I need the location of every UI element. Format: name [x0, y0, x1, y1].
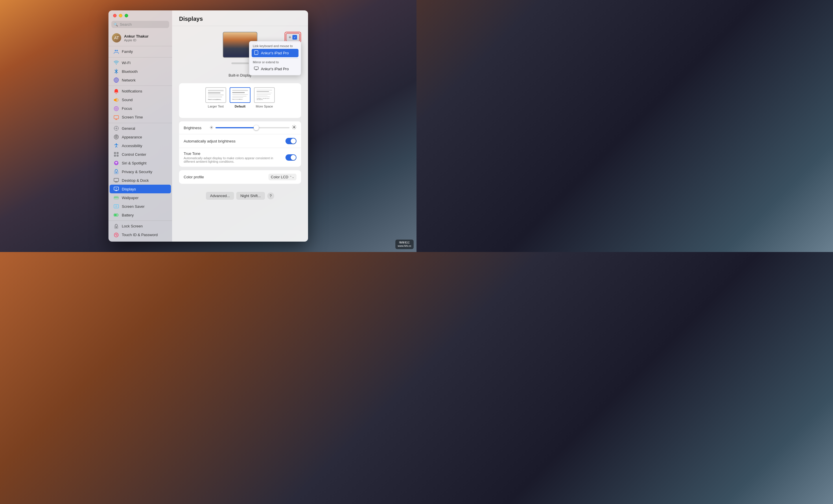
sidebar-item-lockscreen[interactable]: Lock Screen [110, 222, 171, 231]
true-tone-label: True Tone [184, 151, 282, 156]
svg-point-14 [116, 128, 117, 129]
resolution-label-more: More Space [256, 105, 273, 108]
color-profile-label: Color profile [184, 175, 204, 179]
sidebar-item-accessibility[interactable]: Accessibility [110, 141, 171, 150]
brightness-slider[interactable] [215, 127, 289, 128]
resolution-row: Here's to troublema... Larger Text [183, 87, 297, 108]
resolution-thumb-more: Troublema... ones who see t... rules. An… [254, 87, 275, 103]
resolution-thumb-larger: Here's to troublema... [205, 87, 226, 103]
dropdown-link-device: Ankur's iPad Pro [261, 51, 289, 55]
sidebar-item-general[interactable]: General [110, 124, 171, 133]
sidebar: 🔍 AT Ankur Thakur Apple ID Family [109, 10, 172, 242]
svg-rect-40 [115, 215, 117, 216]
sidebar-label-wallpaper: Wallpaper [122, 196, 139, 200]
brightness-controls [210, 125, 296, 131]
sidebar-item-screentime[interactable]: Screen Time [110, 113, 171, 122]
true-tone-toggle[interactable] [285, 154, 296, 161]
watermark: 嗨嗨笔记 www.hihi.cc [396, 240, 413, 249]
svg-point-38 [115, 205, 117, 207]
sidebar-label-control: Control Center [122, 152, 146, 157]
checkbox-icon: ✓ [292, 35, 297, 40]
avatar: AT [112, 33, 121, 43]
svg-rect-23 [114, 155, 116, 157]
svg-point-1 [117, 50, 118, 51]
sun-large-icon [292, 125, 296, 131]
wifi-icon [114, 60, 119, 65]
accessibility-icon [114, 143, 119, 148]
auto-brightness-label: Automatically adjust brightness [184, 139, 235, 143]
true-tone-desc: Automatically adapt display to make colo… [184, 156, 282, 163]
sidebar-item-notifications[interactable]: Notifications [110, 87, 171, 96]
sidebar-item-screensaver[interactable]: Screen Saver [110, 202, 171, 211]
resolution-more-space[interactable]: Troublema... ones who see t... rules. An… [254, 87, 275, 108]
displays-icon [114, 186, 119, 192]
sidebar-label-appearance: Appearance [122, 135, 142, 139]
wallpaper-icon [114, 195, 119, 200]
ipad-icon [254, 50, 259, 56]
sidebar-item-appearance[interactable]: Appearance [110, 133, 171, 141]
battery-icon [114, 212, 119, 218]
svg-line-64 [293, 126, 293, 126]
main-header: Displays [172, 10, 308, 26]
search-icon: 🔍 [114, 23, 118, 27]
advanced-button[interactable]: Advanced... [206, 192, 234, 200]
svg-point-0 [115, 50, 116, 51]
brightness-section: Brightness [179, 121, 301, 167]
sidebar-label-notifications: Notifications [122, 89, 142, 93]
sidebar-label-sound: Sound [122, 98, 133, 102]
focus-icon [114, 106, 119, 111]
true-tone-row: True Tone Automatically adapt display to… [179, 148, 301, 167]
sidebar-item-battery[interactable]: Battery [110, 211, 171, 219]
bottom-buttons: Advanced... Night Shift... ? [179, 187, 301, 202]
sidebar-item-siri[interactable]: Siri & Spotlight [110, 159, 171, 167]
resolution-larger-text[interactable]: Here's to troublema... Larger Text [205, 87, 226, 108]
family-icon [114, 49, 119, 54]
sidebar-item-touchid[interactable]: Touch ID & Password [110, 231, 171, 239]
plus-dropdown-area: + ✓ Link keyboard and mouse to A [285, 32, 301, 43]
sidebar-item-displays[interactable]: Displays [110, 185, 171, 193]
sidebar-label-screensaver: Screen Saver [122, 204, 145, 209]
screensaver-icon [114, 204, 119, 209]
svg-line-55 [210, 126, 211, 127]
svg-line-58 [210, 128, 211, 129]
display-base [231, 62, 249, 64]
dropdown-menu: Link keyboard and mouse to Ankur's iPad … [249, 41, 301, 75]
close-button[interactable] [113, 14, 117, 17]
maximize-button[interactable] [125, 14, 128, 17]
search-box[interactable]: 🔍 [111, 21, 169, 28]
sidebar-label-battery: Battery [122, 213, 134, 217]
sidebar-label-focus: Focus [122, 106, 132, 111]
sidebar-item-wallpaper[interactable]: Wallpaper [110, 193, 171, 202]
search-input[interactable] [120, 22, 167, 27]
page-title: Displays [179, 16, 203, 22]
help-button[interactable]: ? [267, 193, 274, 199]
svg-point-50 [211, 127, 212, 128]
dropdown-item-mirror[interactable]: Ankur's iPad Pro [252, 65, 299, 73]
plus-button[interactable]: + ✓ [286, 33, 300, 42]
sidebar-item-focus[interactable]: Focus [110, 104, 171, 113]
sidebar-label-touchid: Touch ID & Password [122, 233, 158, 237]
minimize-button[interactable] [119, 14, 122, 17]
svg-rect-29 [114, 178, 119, 181]
sidebar-item-network[interactable]: Network [110, 76, 171, 84]
sidebar-item-desktop[interactable]: Desktop & Dock [110, 176, 171, 185]
user-name: Ankur Thakur [124, 34, 149, 39]
sidebar-item-family[interactable]: Family [110, 47, 171, 56]
color-profile-select[interactable]: Color LCD ⌃⌄ [268, 174, 296, 180]
sidebar-label-displays: Displays [122, 187, 136, 191]
svg-point-59 [293, 126, 295, 128]
divider-1 [109, 46, 172, 46]
svg-point-20 [116, 144, 117, 145]
sidebar-item-sound[interactable]: Sound [110, 96, 171, 104]
dropdown-item-link[interactable]: Ankur's iPad Pro [252, 49, 299, 57]
sidebar-item-wifi[interactable]: Wi-Fi [110, 58, 171, 67]
sidebar-item-control[interactable]: Control Center [110, 150, 171, 159]
night-shift-button[interactable]: Night Shift... [236, 192, 265, 200]
divider-3 [109, 85, 172, 86]
auto-brightness-toggle[interactable] [285, 138, 296, 144]
user-profile[interactable]: AT Ankur Thakur Apple ID [109, 31, 172, 45]
select-arrows-icon: ⌃⌄ [289, 175, 294, 179]
sidebar-item-bluetooth[interactable]: Bluetooth [110, 67, 171, 76]
sidebar-item-privacy[interactable]: Privacy & Security [110, 167, 171, 176]
resolution-default[interactable]: Here's to troublema... Default [230, 87, 251, 108]
